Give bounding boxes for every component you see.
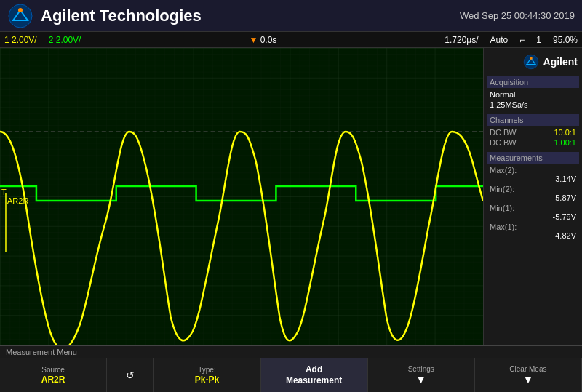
company-name: Agilent Technologies [41,7,460,25]
source-button[interactable]: Source AR2R [0,358,107,392]
toolbar: Measurement Menu Source AR2R ↺ Type: Pk-… [0,345,582,392]
meas-value-0: 3.14V [490,175,576,183]
source-value: AR2R [41,375,65,385]
status-bar: 1 2.00V/ 2 2.00V/ ▼ 0.0s 1.720μs/ Auto ⌐… [0,32,582,48]
agilent-small-logo-icon [523,54,539,70]
waveform-svg [0,48,483,345]
measurement-row-2: Min(1): -5.79V [487,203,579,222]
channels-section: Channels DC BW 10.0:1 DC BW 1.00:1 [487,114,579,148]
acquisition-mode: Normal [490,90,515,99]
svg-rect-4 [0,48,483,345]
ch1-status[interactable]: 1 2.00V/ [4,35,37,45]
toolbar-buttons: Source AR2R ↺ Type: Pk-Pk Add Measuremen… [0,358,582,392]
agilent-logo-icon [7,3,33,29]
measurement-row-3: Max(1): 4.82V [487,222,579,241]
meas-label-2: Min(1): [490,204,514,212]
acquisition-rate: 1.25MSa/s [490,100,528,109]
ch2-value: 1.00:1 [554,138,576,147]
measurements-list: Max(2): 3.14V Min(2): -5.87V Min(1): -5.… [487,165,579,241]
meas-value-2: -5.79V [490,212,576,221]
toolbar-label: Measurement Menu [0,346,582,358]
meas-label-1: Min(2): [490,185,514,193]
time-center: ▼ 0.0s [92,35,433,45]
settings-button[interactable]: Settings ▼ [368,358,475,392]
right-panel: Agilent Acquisition Normal 1.25MSa/s Cha… [484,48,582,345]
refresh-icon: ↺ [126,369,135,381]
source-label: Source [41,366,65,375]
type-value: Pk-Pk [195,375,219,385]
channel1-ar2r-label: AR2R [7,196,28,205]
meas-label-0: Max(2): [490,166,517,175]
meas-value-1: -5.87V [490,193,576,202]
trigger-arrow: ▼ [249,35,258,45]
meas-value-3: 4.82V [490,231,576,240]
trigger-indicator: ⌐ [519,35,525,45]
type-button[interactable]: Type: Pk-Pk [154,358,260,392]
svg-point-7 [524,55,538,69]
clear-meas-button[interactable]: Clear Meas ▼ [475,358,582,392]
datetime: Wed Sep 25 00:44:30 2019 [460,10,575,21]
ch1-row: DC BW 10.0:1 [487,127,579,137]
settings-label: Settings [408,365,434,374]
ch1-value: 10.0:1 [554,128,576,137]
ch1-coupling: DC BW [490,128,517,137]
svg-point-8 [530,57,533,60]
svg-point-1 [18,8,23,12]
scope-display: T AR2R [0,48,484,345]
trigger-channel: 1 [536,35,541,45]
add-sublabel: Measurement [286,375,342,385]
measurement-row-0: Max(2): 3.14V [487,165,579,184]
channels-title: Channels [487,114,579,126]
ch2-row: DC BW 1.00:1 [487,137,579,148]
svg-point-0 [9,4,32,28]
clear-arrow-icon: ▼ [523,374,533,385]
measurements-title: Measurements [487,152,579,164]
ch2-status[interactable]: 2 2.00V/ [49,35,81,45]
measurement-row-1: Min(2): -5.87V [487,184,579,203]
type-label: Type: [198,366,215,375]
main-area: T AR2R Agilent Acquisition Normal 1.25MS… [0,48,582,345]
agilent-logo-panel: Agilent [487,51,579,73]
ch2-coupling: DC BW [490,138,517,147]
refresh-button[interactable]: ↺ [107,358,154,392]
acquisition-mode-row: Normal [487,89,579,100]
settings-arrow-icon: ▼ [416,374,426,385]
clear-label: Clear Meas [509,365,546,374]
channel1-t-label: T [1,188,7,196]
measurements-section: Measurements Max(2): 3.14V Min(2): -5.87… [487,152,579,241]
meas-label-3: Max(1): [490,223,517,231]
acquisition-section: Acquisition Normal 1.25MSa/s [487,76,579,110]
acquisition-rate-row: 1.25MSa/s [487,100,579,110]
panel-agilent-label: Agilent [543,56,578,68]
acquisition-title: Acquisition [487,76,579,88]
add-label: Add [306,364,322,375]
time-div[interactable]: 1.720μs/ [445,35,478,45]
add-measurement-button[interactable]: Add Measurement [261,358,368,392]
time-offset: 0.0s [260,35,277,45]
trigger-mode[interactable]: Auto [490,35,509,45]
trigger-percent: 95.0% [553,35,578,45]
header: Agilent Technologies Wed Sep 25 00:44:30… [0,0,582,32]
